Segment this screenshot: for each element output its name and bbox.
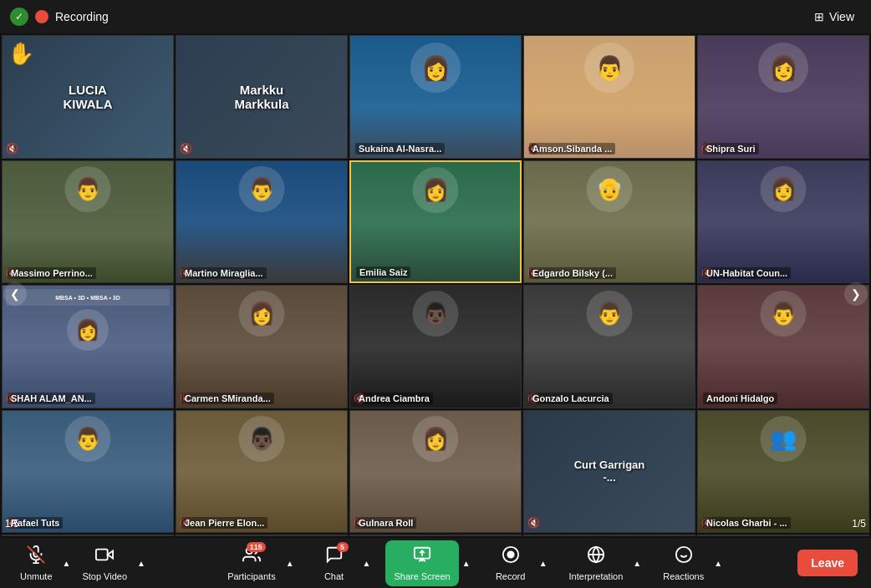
page-indicator-right: 1/5: [852, 518, 866, 530]
avatar-shah: 👩: [67, 309, 109, 351]
participants-button[interactable]: 115 Participants: [221, 542, 282, 585]
tile-amson[interactable]: 👨 🔇 Amson.Sibanda ...: [523, 35, 695, 159]
interpretation-caret[interactable]: ▲: [631, 557, 643, 570]
chat-button[interactable]: 5 Chat: [309, 542, 359, 585]
leave-button[interactable]: Leave: [797, 550, 858, 576]
grid-icon: ⊞: [814, 10, 824, 23]
tile-name-large-curt: Curt Garrigan -...: [567, 459, 652, 484]
tile-milton[interactable]: 👨 🔇 Milton Friesen - ...: [697, 535, 869, 536]
bottom-toolbar: Unmute ▲ Stop Video ▲: [0, 538, 871, 588]
avatar-emilia: 👩: [413, 167, 459, 213]
tile-santiago[interactable]: 👨 🔇 Santiago Saura: [2, 535, 174, 536]
participants-icon: 115: [242, 545, 261, 569]
stop-video-button[interactable]: Stop Video: [75, 542, 134, 585]
tile-gonzalo[interactable]: 👨 🔇 Gonzalo Lacurcia: [523, 285, 695, 408]
tile-name-nicolas: Nicolas Gharbi - ...: [703, 517, 791, 529]
banner-shah: MBSA • 3D • MBSA • 3D: [6, 289, 170, 306]
tile-name-massimo: Massimo Perrino...: [8, 267, 96, 279]
avatar-unhabitat: 👩: [761, 166, 807, 212]
interpretation-button[interactable]: Interpretation: [563, 542, 630, 585]
avatar-rafael: 👨: [65, 416, 111, 462]
video-grid: ✋ LUCIA KIWALA 🔇 Markku Markkula 🔇 👩 Suk…: [0, 33, 871, 538]
participants-label: Participants: [227, 571, 275, 581]
tile-shipra[interactable]: 👩 🔇 Shipra Suri: [697, 35, 869, 159]
tile-riina[interactable]: 👩 🔇 Riina Jussila - U...: [176, 535, 348, 536]
tile-name-carmen: Carmen SMiranda...: [181, 393, 274, 404]
shield-icon: ✓: [10, 8, 28, 26]
tile-name-sukaina: Sukaina Al-Nasra...: [355, 143, 445, 155]
unmute-label: Unmute: [20, 571, 53, 581]
tile-florence[interactable]: Florence EGAL 🔇: [349, 535, 522, 536]
tile-markku[interactable]: Markku Markkula 🔇: [176, 35, 348, 159]
mute-icon-markku: 🔇: [180, 143, 192, 155]
share-screen-group: Share Screen ▲: [385, 540, 471, 586]
record-group: Record ▲: [486, 542, 549, 585]
tile-juanvalle[interactable]: Juan Valle Roble... 🔇: [523, 535, 695, 536]
tile-edgardo[interactable]: 👴 🔇 Edgardo Bilsky (...: [523, 160, 695, 284]
avatar-martino: 👨: [239, 166, 285, 212]
view-button[interactable]: ⊞ View: [807, 7, 861, 27]
tile-curt[interactable]: Curt Garrigan -... 🔇: [523, 410, 695, 534]
tile-name-gonzalo: Gonzalo Lacurcia: [529, 393, 613, 404]
record-button[interactable]: Record: [486, 542, 536, 585]
tile-gulnara[interactable]: 👩 🔇 Gulnara Roll: [349, 410, 522, 534]
nav-next-button[interactable]: ❯: [844, 282, 868, 306]
tile-name-large-lucia: LUCIA KIWALA: [45, 83, 130, 111]
chat-caret[interactable]: ▲: [361, 557, 373, 570]
tile-sukaina[interactable]: 👩 Sukaina Al-Nasra...: [349, 35, 522, 159]
tile-andrea[interactable]: 👨🏿 🔇 Andrea Ciambra: [349, 285, 522, 408]
toolbar-right: Leave: [797, 550, 858, 576]
stop-video-caret[interactable]: ▲: [135, 557, 147, 570]
avatar-nicolas: 👥: [761, 416, 807, 462]
record-caret[interactable]: ▲: [537, 557, 549, 570]
svg-rect-2: [96, 549, 108, 560]
mute-icon-curt: 🔇: [527, 517, 540, 529]
chat-label: Chat: [324, 571, 344, 581]
tile-name-shah: SHAH ALAM_AN...: [8, 393, 95, 404]
tile-lucia[interactable]: ✋ LUCIA KIWALA 🔇: [2, 35, 174, 159]
tile-name-amson: Amson.Sibanda ...: [529, 143, 615, 155]
reactions-button[interactable]: Reactions: [656, 542, 711, 585]
tile-name-large-juanvalle: Juan Valle Roble...: [567, 535, 652, 536]
unmute-caret[interactable]: ▲: [61, 557, 73, 570]
reactions-group: Reactions ▲: [656, 542, 724, 585]
nav-prev-button[interactable]: ❮: [3, 282, 27, 306]
participants-badge: 115: [247, 542, 266, 552]
avatar-andoni: 👨: [761, 291, 807, 337]
tile-jeanpierre[interactable]: 👨🏿 🔇 Jean Pierre Elon...: [176, 410, 348, 534]
chat-icon: 5: [325, 545, 344, 569]
tile-nicolas[interactable]: 👥 🔇 Nicolas Gharbi - ...: [697, 410, 869, 534]
tile-massimo[interactable]: 👨 🔇 Massimo Perrino...: [2, 160, 174, 284]
tile-martino[interactable]: 👨 🔇 Martino Miraglia...: [176, 160, 348, 284]
reactions-caret[interactable]: ▲: [712, 557, 724, 570]
svg-point-11: [676, 546, 691, 561]
avatar-shipra: 👩: [758, 43, 808, 93]
unmute-button[interactable]: Unmute: [13, 542, 59, 585]
avatar-edgardo: 👴: [587, 166, 633, 212]
tile-name-martino: Martino Miraglia...: [181, 267, 267, 279]
tile-name-large-florence: Florence EGAL: [396, 535, 475, 536]
tile-andoni[interactable]: 👨 Andoni Hidalgo: [697, 285, 869, 408]
participants-caret[interactable]: ▲: [284, 557, 296, 570]
tile-unhabitat[interactable]: 👩 🔇 UN-Habitat Coun...: [697, 160, 869, 284]
avatar-gulnara: 👩: [413, 416, 459, 462]
tile-shah[interactable]: MBSA • 3D • MBSA • 3D 👩 🔇 SHAH ALAM_AN..…: [2, 285, 174, 408]
share-screen-caret[interactable]: ▲: [461, 557, 472, 570]
tile-name-edgardo: Edgardo Bilsky (...: [529, 267, 616, 279]
reactions-label: Reactions: [663, 571, 704, 581]
tile-name-shipra: Shipra Suri: [703, 143, 759, 155]
tile-rafael[interactable]: 👨 🔇 Rafael Tuts: [2, 410, 174, 534]
tile-emilia[interactable]: 👩 Emilia Saiz: [349, 160, 522, 284]
share-screen-button[interactable]: Share Screen: [385, 540, 458, 586]
tile-carmen[interactable]: 👩 🔇 Carmen SMiranda...: [176, 285, 348, 408]
microphone-muted-icon: [27, 545, 45, 569]
tile-name-andrea: Andrea Ciambra: [355, 393, 433, 404]
tile-name-large-markku: Markku Markkula: [219, 83, 304, 111]
avatar-massimo: 👨: [65, 166, 111, 212]
record-icon: [502, 545, 520, 569]
avatar-gonzalo: 👨: [587, 291, 633, 337]
toolbar-center: 115 Participants ▲ 5 Chat ▲: [147, 540, 797, 586]
top-bar-left: ✓ Recording: [10, 8, 109, 26]
interpretation-group: Interpretation ▲: [563, 542, 644, 585]
page-indicator-left: 1/5: [5, 518, 19, 530]
